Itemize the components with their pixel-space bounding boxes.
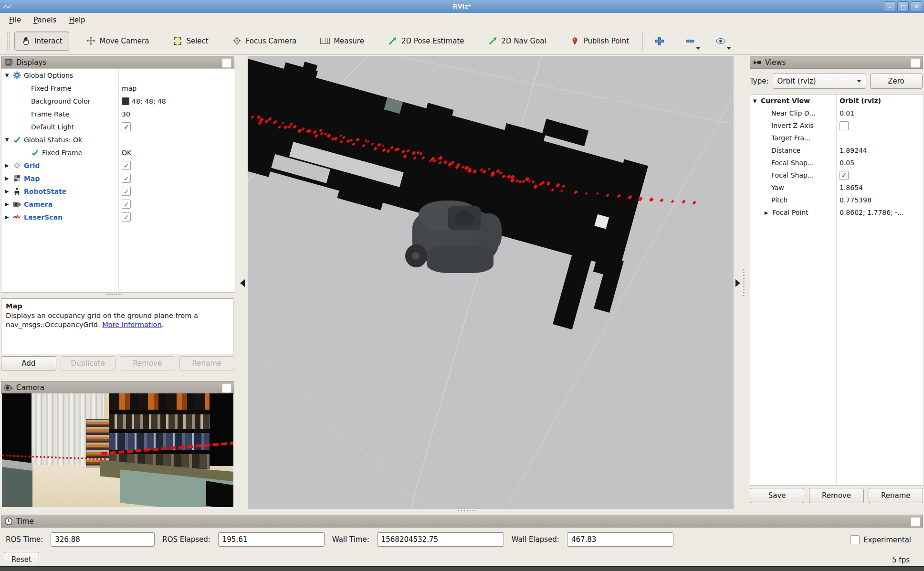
- tool-measure[interactable]: Measure: [314, 32, 371, 51]
- tool-move-camera[interactable]: Move Camera: [80, 32, 156, 51]
- splitter-handle[interactable]: [106, 293, 122, 296]
- tool-publish-point[interactable]: Publish Point: [564, 32, 636, 51]
- save-button[interactable]: Save: [750, 488, 804, 503]
- camera-panel-header[interactable]: Camera: [1, 381, 234, 394]
- time-panel-float-button[interactable]: [911, 517, 920, 527]
- tree-row[interactable]: Focal Shap...0.05: [750, 157, 924, 169]
- property-checkbox[interactable]: ✓: [122, 212, 131, 222]
- expander-open-icon[interactable]: ▼: [3, 137, 10, 142]
- views-panel-header[interactable]: Views: [750, 56, 923, 69]
- camera-panel-float-button[interactable]: [222, 383, 231, 393]
- property-checkbox[interactable]: ✓: [122, 187, 131, 196]
- displays-panel-float-button[interactable]: [222, 58, 231, 68]
- menu-help[interactable]: Help: [63, 14, 91, 26]
- zero-button[interactable]: Zero: [870, 74, 923, 89]
- property-value[interactable]: 30: [122, 110, 130, 118]
- color-swatch[interactable]: [122, 97, 129, 105]
- wall-time--input[interactable]: [377, 532, 504, 547]
- expander-closed-icon[interactable]: ▶: [763, 210, 770, 215]
- render-viewport[interactable]: [248, 56, 734, 509]
- remove-tool[interactable]: [680, 34, 700, 48]
- menu-panels[interactable]: Panels: [27, 14, 63, 26]
- view-type-dropdown[interactable]: Orbit (rviz): [773, 74, 866, 89]
- property-value[interactable]: 0.775398: [840, 196, 872, 204]
- right-splitter-handle[interactable]: [743, 268, 746, 297]
- displays-panel-header[interactable]: Displays: [1, 56, 234, 69]
- property-value[interactable]: 0.8602; 1.7786; -...: [840, 209, 904, 216]
- remove-button[interactable]: Remove: [809, 488, 863, 503]
- tree-row[interactable]: Near Clip D...0.01: [750, 107, 924, 119]
- property-checkbox[interactable]: ✓: [122, 174, 131, 183]
- tool-select[interactable]: Select: [166, 32, 215, 51]
- ros-time--input[interactable]: [51, 532, 155, 547]
- tree-row[interactable]: Distance1.89244: [750, 144, 924, 157]
- tree-row[interactable]: Fixed Framemap: [1, 82, 235, 95]
- tree-row[interactable]: ▼Global Options: [1, 69, 235, 82]
- more-information-link[interactable]: More Information: [102, 321, 162, 328]
- rename-button[interactable]: Rename: [869, 488, 923, 503]
- tree-row[interactable]: ▶Map✓: [1, 172, 235, 185]
- tree-row[interactable]: ▼Global Status: Ok: [1, 133, 235, 146]
- property-value[interactable]: Orbit (rviz): [840, 97, 881, 105]
- tree-row[interactable]: Default Light✓: [1, 120, 235, 133]
- expander-closed-icon[interactable]: ▶: [3, 201, 10, 207]
- time-fields: ROS Time: ROS Elapsed: Wall Time: Wall E…: [6, 531, 850, 548]
- maximize-button[interactable]: □: [897, 1, 909, 12]
- property-value[interactable]: 0.05: [840, 159, 854, 167]
- tree-row[interactable]: Target Fra...: [750, 132, 924, 144]
- property-value[interactable]: 1.89244: [840, 147, 867, 154]
- title-bar[interactable]: RViz* – □ ✕: [0, 0, 924, 13]
- add-tool[interactable]: [650, 34, 670, 48]
- tool-2d-pose-estimate[interactable]: 2D Pose Estimate: [381, 32, 471, 51]
- property-value[interactable]: OK: [122, 149, 131, 157]
- property-checkbox[interactable]: ✓: [840, 171, 849, 180]
- tree-row[interactable]: ▶Camera✓: [1, 198, 235, 211]
- tree-row[interactable]: Pitch0.775398: [750, 194, 924, 206]
- add-button[interactable]: Add: [1, 356, 56, 370]
- expander-closed-icon[interactable]: ▶: [3, 214, 10, 220]
- wall-elapsed--input[interactable]: [567, 532, 673, 547]
- left-splitter-arrow[interactable]: [240, 279, 245, 287]
- views-panel-float-button[interactable]: [911, 58, 920, 68]
- property-value[interactable]: 1.8654: [840, 184, 863, 191]
- toolbar-drag-handle[interactable]: [7, 32, 10, 51]
- property-label: Default Light: [31, 123, 74, 131]
- tree-row[interactable]: ▶RobotState✓: [1, 185, 235, 198]
- menu-file[interactable]: File: [3, 14, 27, 26]
- tree-row[interactable]: Invert Z Axis: [750, 119, 924, 132]
- property-checkbox[interactable]: ✓: [122, 200, 131, 209]
- tree-row[interactable]: Background Color48; 48; 48: [1, 95, 235, 107]
- reset-button[interactable]: Reset: [4, 552, 39, 567]
- tree-row[interactable]: ▶LaserScan✓: [1, 211, 235, 223]
- tree-row[interactable]: Yaw1.8654: [750, 181, 924, 194]
- minimize-button[interactable]: –: [884, 1, 895, 12]
- tree-row[interactable]: Focal Shap...✓: [750, 169, 924, 181]
- tree-row[interactable]: ▼Current ViewOrbit (rviz): [750, 95, 924, 107]
- tree-row[interactable]: ▶Grid✓: [1, 159, 235, 172]
- ros-elapsed--input[interactable]: [218, 532, 325, 547]
- close-button[interactable]: ✕: [911, 1, 922, 12]
- property-value[interactable]: 0.01: [840, 109, 854, 117]
- expander-open-icon[interactable]: ▼: [751, 98, 758, 104]
- expander-closed-icon[interactable]: ▶: [3, 189, 10, 194]
- tool-2d-nav-goal[interactable]: 2D Nav Goal: [482, 32, 553, 51]
- tree-row[interactable]: Fixed FrameOK: [1, 146, 235, 159]
- time-panel-header[interactable]: Time: [1, 515, 923, 528]
- right-splitter-arrow[interactable]: [735, 279, 740, 287]
- tool-interact[interactable]: Interact: [14, 32, 69, 51]
- tree-row[interactable]: Frame Rate30: [1, 107, 235, 120]
- property-checkbox[interactable]: ✓: [122, 161, 131, 170]
- property-value[interactable]: map: [122, 85, 136, 92]
- experimental-checkbox[interactable]: [850, 535, 860, 544]
- tree-row[interactable]: ▶Focal Point0.8602; 1.7786; -...: [750, 206, 924, 219]
- toolbar: Interact Move Camera Select Focus Camera…: [0, 27, 924, 55]
- expander-closed-icon[interactable]: ▶: [3, 163, 10, 168]
- property-checkbox[interactable]: ✓: [122, 122, 131, 131]
- expander-closed-icon[interactable]: ▶: [3, 176, 10, 181]
- gear-icon: [13, 71, 21, 80]
- property-value[interactable]: 48; 48; 48: [132, 97, 166, 105]
- visibility-tool[interactable]: [711, 34, 731, 48]
- property-checkbox[interactable]: [840, 121, 849, 130]
- tool-focus-camera[interactable]: Focus Camera: [226, 32, 303, 51]
- expander-open-icon[interactable]: ▼: [3, 73, 10, 78]
